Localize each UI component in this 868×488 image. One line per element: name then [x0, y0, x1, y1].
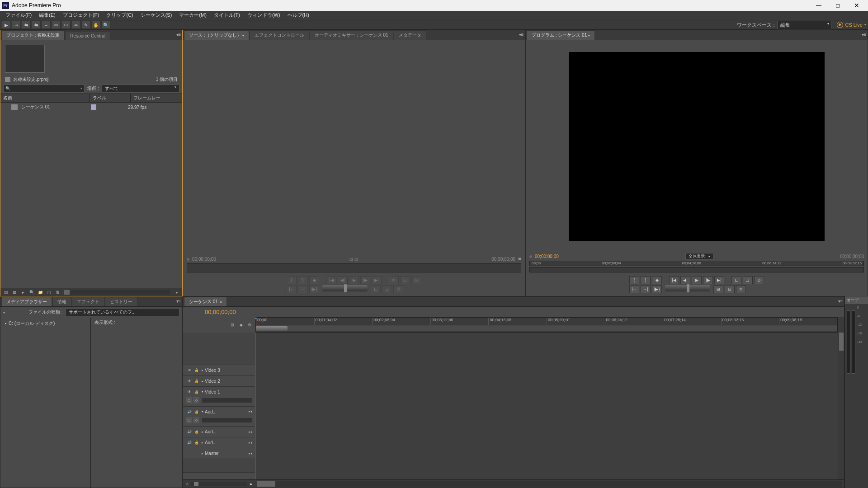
output-button[interactable]: ⊙: [411, 276, 421, 284]
track-audio2[interactable]: 🔊🔒▸Aud...▸◂: [183, 427, 255, 437]
zoom-slider[interactable]: [190, 482, 247, 486]
lock-icon[interactable]: 🔒: [193, 378, 200, 385]
source-timecode-in[interactable]: 00;00;00;00: [192, 257, 216, 262]
speaker-icon[interactable]: 🔊: [186, 429, 193, 435]
rolling-edit-tool[interactable]: ⇋: [32, 21, 41, 29]
go-prev-button[interactable]: |←: [287, 285, 297, 293]
menu-title[interactable]: タイトル(T): [210, 11, 244, 20]
panel-menu-icon[interactable]: ▾≡: [176, 32, 180, 37]
track-video1[interactable]: 👁🔒▾Video 1 ▢◇: [183, 387, 255, 407]
scroll-right[interactable]: ▸: [173, 289, 180, 296]
loop-button[interactable]: ↻: [389, 276, 399, 284]
hand-tool[interactable]: ✋: [91, 21, 100, 29]
tab-timeline-sequence[interactable]: シーケンス 01×: [184, 297, 227, 306]
icon-view-button[interactable]: ▦: [11, 289, 18, 296]
timeline-ruler[interactable]: 00;0000;01;04;0200;02;08;0400;03;12;0600…: [255, 317, 838, 333]
playhead-line[interactable]: [255, 333, 256, 479]
eye-icon[interactable]: 👁: [186, 389, 193, 395]
track-opacity-slider[interactable]: [202, 398, 252, 403]
playhead[interactable]: [256, 318, 256, 332]
ripple-edit-tool[interactable]: ⇆: [22, 21, 31, 29]
marker-button[interactable]: ◆: [652, 276, 662, 284]
new-item-button[interactable]: ▢: [45, 289, 52, 296]
play-button[interactable]: ▶: [692, 276, 702, 284]
workspace-dropdown[interactable]: 編集: [777, 21, 831, 29]
lift-button[interactable]: ⊏: [731, 276, 741, 284]
go-out-button[interactable]: ▶|: [714, 276, 724, 284]
export-frame-button[interactable]: ⊙: [754, 276, 764, 284]
tab-audio-mixer[interactable]: オーディオミキサー : シーケンス 01: [310, 30, 393, 40]
filetype-dropdown[interactable]: サポートされているすべてのフ...: [66, 308, 179, 316]
location-dropdown[interactable]: すべて▾: [102, 84, 179, 93]
tab-history[interactable]: ヒストリー: [105, 297, 137, 306]
tab-project[interactable]: プロジェクト : 名称未設定: [1, 30, 65, 40]
play-inout-button[interactable]: {▶}: [652, 285, 662, 293]
lock-icon[interactable]: 🔒: [193, 389, 200, 395]
safe-margin-button[interactable]: ⊡: [725, 285, 735, 293]
speaker-icon[interactable]: 🔊: [186, 440, 193, 446]
menu-project[interactable]: プロジェクト(P): [59, 11, 103, 20]
speaker-icon[interactable]: 🔊: [186, 408, 193, 415]
timeline-hscrollbar[interactable]: [257, 481, 842, 487]
output-button[interactable]: ↻: [736, 285, 746, 293]
trim-button[interactable]: ⊞: [713, 285, 723, 293]
step-back-button[interactable]: ◀|: [680, 276, 690, 284]
lock-icon[interactable]: 🔒: [193, 429, 200, 435]
track-opt[interactable]: ▢: [186, 417, 192, 423]
marker-button[interactable]: ◆: [309, 276, 319, 284]
track-opt[interactable]: ◇: [193, 417, 199, 423]
project-item-row[interactable]: シーケンス 01 29.97 fps: [0, 103, 182, 112]
track-audio1[interactable]: 🔊🔒▾Aud...▸◂ ▢◇: [183, 407, 255, 427]
cs-live-button[interactable]: CS Live▾: [837, 22, 866, 28]
mark-in-button[interactable]: {: [287, 276, 297, 284]
menu-sequence[interactable]: シーケンス(S): [137, 11, 176, 20]
col-label[interactable]: ラベル: [90, 94, 131, 102]
mark-in-button[interactable]: {: [629, 276, 639, 284]
export-frame-button[interactable]: ⎙: [393, 285, 403, 293]
zoom-in-icon[interactable]: ▲: [249, 482, 253, 486]
track-video3[interactable]: 👁🔒▸Video 3: [183, 365, 255, 376]
project-list[interactable]: シーケンス 01 29.97 fps: [0, 103, 182, 288]
zoom-tool[interactable]: 🔍: [101, 21, 110, 29]
close-button[interactable]: ✕: [847, 0, 866, 10]
tab-media-browser[interactable]: メディアブラウザー: [1, 297, 52, 306]
automate-button[interactable]: ▸: [19, 289, 27, 296]
overwrite-button[interactable]: ⊐: [382, 285, 392, 293]
item-label-swatch[interactable]: [91, 104, 96, 110]
razor-tool[interactable]: ✂: [52, 21, 61, 29]
extract-button[interactable]: ⊐: [743, 276, 753, 284]
find-button[interactable]: 🔍: [28, 289, 35, 296]
lock-icon[interactable]: 🔒: [193, 408, 200, 415]
step-fwd-button[interactable]: |▶: [360, 276, 370, 284]
go-next-edit-button[interactable]: →|: [641, 285, 651, 293]
insert-button[interactable]: ⊏: [371, 285, 381, 293]
program-timecode-duration[interactable]: 00;00;00;00: [840, 254, 864, 259]
tab-source[interactable]: ソース :（クリップなし） ▾: [184, 30, 249, 40]
panel-menu-icon[interactable]: ▾≡: [862, 32, 866, 37]
tab-effects[interactable]: エフェクト: [72, 297, 104, 306]
go-in-button[interactable]: |◀: [326, 276, 336, 284]
track-audio3[interactable]: 🔊🔒▸Aud...▸◂: [183, 437, 255, 448]
lock-icon[interactable]: 🔒: [193, 367, 200, 374]
tab-info[interactable]: 情報: [52, 297, 71, 306]
eye-icon[interactable]: 👁: [186, 378, 193, 385]
track-video2[interactable]: 👁🔒▸Video 2: [183, 376, 255, 387]
safe-margin-button[interactable]: ⊡: [400, 276, 410, 284]
mark-out-button[interactable]: }: [641, 276, 651, 284]
tab-audio-meters[interactable]: オーデ: [845, 296, 868, 304]
drive-node[interactable]: ▸C: (ローカル ディスク): [4, 319, 87, 328]
menu-help[interactable]: ヘルプ(H): [284, 11, 313, 20]
program-zoom-dropdown[interactable]: 全体表示▾: [685, 253, 713, 260]
menu-marker[interactable]: マーカー(M): [175, 11, 210, 20]
track-master[interactable]: ▸Master▸◂: [183, 448, 255, 459]
timeline-track-area[interactable]: [255, 333, 838, 479]
program-ruler[interactable]: 00;0000;02;08;0400;04;16;0800;06;24;1200…: [529, 261, 864, 266]
timeline-timecode[interactable]: 00;00;00;00: [205, 309, 236, 315]
project-search-input[interactable]: 🔍▾: [3, 84, 85, 93]
tab-resource-central[interactable]: Resource Central: [65, 32, 110, 40]
lock-icon[interactable]: 🔒: [193, 440, 200, 446]
tab-metadata[interactable]: メタデータ: [394, 30, 426, 40]
output-icon[interactable]: ⊞: [518, 257, 521, 261]
panel-menu-icon[interactable]: ▾≡: [519, 32, 523, 37]
go-prev-edit-button[interactable]: |←: [629, 285, 639, 293]
